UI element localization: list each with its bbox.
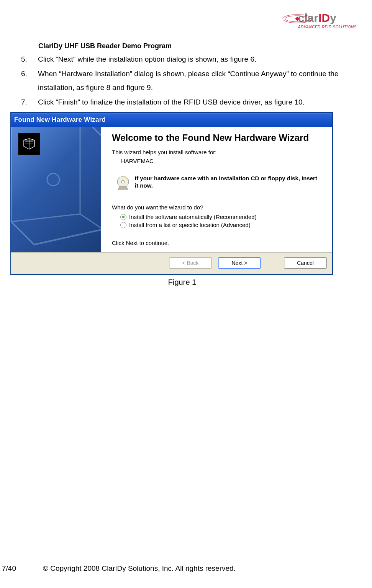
copyright: © Copyright 2008 ClarIDy Solutions, Inc.…: [43, 564, 236, 573]
svg-rect-2: [295, 16, 299, 21]
wizard-welcome-heading: Welcome to the Found New Hardware Wizard: [112, 132, 322, 144]
next-button[interactable]: Next >: [218, 257, 261, 269]
step-5: 5. Click “Next” while the installation o…: [15, 52, 357, 66]
device-name: HARVEMAC: [121, 158, 322, 164]
step-text: Click “Next” while the installation opti…: [38, 52, 357, 66]
logo: clarIDy ADVANCED RFID SOLUTIONS: [298, 11, 357, 29]
document-title: ClarIDy UHF USB Reader Demo Program: [38, 42, 357, 50]
wizard-helps-text: This wizard helps you install software f…: [112, 149, 322, 155]
svg-point-6: [121, 181, 125, 183]
logo-text-y: y: [330, 11, 336, 24]
step-num: 7.: [15, 95, 38, 109]
click-next-text: Click Next to continue.: [112, 240, 322, 246]
step-text: When “Hardware Installation” dialog is s…: [38, 67, 357, 95]
radio-unselected-icon: [120, 222, 126, 228]
step-text: Click “Finish” to finalize the installat…: [38, 95, 357, 109]
wizard-side-panel: [11, 127, 101, 252]
wizard-title: Found New Hardware Wizard: [14, 116, 106, 124]
step-num: 5.: [15, 52, 38, 66]
step-6: 6. When “Hardware Installation” dialog i…: [15, 67, 357, 95]
radio-label: Install from a list or specific location…: [129, 222, 251, 228]
svg-point-4: [47, 173, 59, 186]
cd-instruction: If your hardware came with an installati…: [135, 175, 322, 189]
radio-option-advanced[interactable]: Install from a list or specific location…: [120, 222, 322, 228]
radio-selected-icon: [120, 214, 126, 220]
radio-label: Install the software automatically (Reco…: [129, 214, 257, 220]
hardware-wizard-dialog: Found New Hardware Wizard: [10, 112, 333, 275]
logo-subtitle: ADVANCED RFID SOLUTIONS: [298, 24, 357, 29]
radio-option-auto[interactable]: Install the software automatically (Reco…: [120, 214, 322, 220]
step-num: 6.: [15, 67, 38, 95]
back-button: < Back: [169, 257, 212, 269]
steps-list: 5. Click “Next” while the installation o…: [15, 52, 357, 109]
step-7: 7. Click “Finish” to finalize the instal…: [15, 95, 357, 109]
logo-text-id: ID: [318, 11, 330, 24]
wizard-prompt: What do you want the wizard to do?: [112, 204, 322, 211]
figure-caption: Figure 1: [8, 278, 357, 287]
page-footer: 7/40 © Copyright 2008 ClarIDy Solutions,…: [0, 564, 372, 573]
cancel-button[interactable]: Cancel: [284, 257, 327, 269]
cd-icon: [115, 175, 131, 191]
page-number: 7/40: [2, 564, 16, 573]
wizard-titlebar: Found New Hardware Wizard: [11, 113, 332, 127]
